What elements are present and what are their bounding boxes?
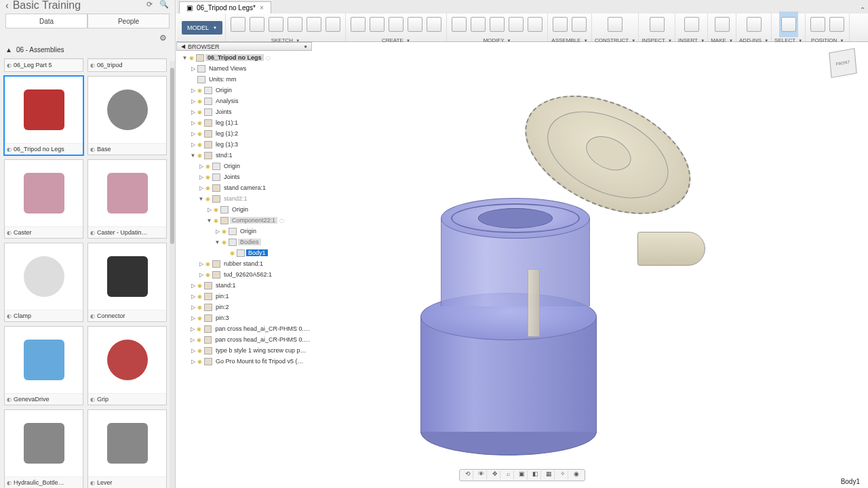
tree-row[interactable]: Units: mm bbox=[176, 74, 312, 85]
thumbnail-item[interactable]: 06_Leg Part 5 bbox=[4, 58, 83, 72]
expand-icon[interactable]: ▷ bbox=[190, 120, 196, 126]
activate-icon[interactable]: ◌ bbox=[279, 218, 284, 224]
line-button[interactable] bbox=[267, 12, 285, 37]
visibility-icon[interactable]: ◉ bbox=[188, 55, 195, 61]
tree-row[interactable]: ▷◉Origin bbox=[176, 85, 312, 96]
model-viewport[interactable] bbox=[380, 76, 665, 435]
expand-icon[interactable]: ▷ bbox=[190, 142, 196, 148]
tree-row[interactable]: ▷◉stand camera:1 bbox=[176, 182, 312, 193]
expand-icon[interactable]: ▷ bbox=[190, 359, 196, 365]
pull-button[interactable] bbox=[488, 12, 507, 37]
move-button[interactable] bbox=[526, 12, 545, 37]
scrollbar-thumb[interactable] bbox=[170, 68, 174, 244]
visibility-icon[interactable]: ◉ bbox=[204, 163, 211, 169]
zoom-button[interactable]: ⌕ bbox=[503, 470, 514, 480]
expand-icon[interactable]: ▼ bbox=[206, 218, 212, 224]
expand-icon[interactable]: ▷ bbox=[198, 261, 204, 267]
visibility-icon[interactable]: ◉ bbox=[196, 283, 203, 289]
tree-row[interactable]: ▷◉pan cross head_ai_CR-PHMS 0.… bbox=[176, 323, 312, 334]
pan-button[interactable]: ✥ bbox=[490, 470, 500, 480]
model-base-cylinder[interactable] bbox=[420, 293, 597, 449]
tree-row[interactable]: ▷◉stand:1 bbox=[176, 280, 312, 291]
expand-icon[interactable]: ▷ bbox=[190, 131, 196, 137]
tree-row[interactable]: ▼◉stnd:1 bbox=[176, 150, 312, 161]
visibility-icon[interactable]: ◉ bbox=[204, 196, 211, 202]
tree-row[interactable]: ▷◉tud_92620A562:1 bbox=[176, 269, 312, 280]
visibility-icon[interactable]: ◉ bbox=[196, 348, 203, 354]
thumbnail-item[interactable]: Base bbox=[87, 76, 167, 155]
expand-icon[interactable]: ▷ bbox=[190, 87, 196, 94]
visibility-icon[interactable]: ◉ bbox=[204, 261, 211, 267]
expand-icon[interactable]: ▷ bbox=[190, 315, 196, 321]
cut-button[interactable] bbox=[450, 12, 469, 37]
tree-row[interactable]: ▷◉Analysis bbox=[176, 96, 312, 106]
expand-icon[interactable]: ▷ bbox=[190, 326, 196, 332]
thumbnail-item[interactable]: Caster bbox=[4, 159, 83, 239]
joint-button[interactable] bbox=[551, 12, 570, 37]
look-button[interactable]: 👁 bbox=[476, 470, 487, 480]
thumbnail-item[interactable]: 06_Tripod no Legs bbox=[4, 76, 83, 155]
visibility-icon[interactable]: ◉ bbox=[220, 228, 227, 235]
visibility-icon[interactable]: ◉ bbox=[196, 337, 203, 343]
thumbnail-item[interactable]: Connector bbox=[87, 243, 167, 322]
visibility-icon[interactable]: ◉ bbox=[196, 98, 203, 104]
push-button[interactable] bbox=[469, 12, 488, 37]
redo-button[interactable] bbox=[248, 12, 267, 37]
tree-row[interactable]: ▷Named Views bbox=[176, 63, 312, 74]
3dp-button[interactable] bbox=[713, 12, 732, 37]
back-icon[interactable]: ‹ bbox=[5, 0, 9, 11]
visibility-icon[interactable]: ◉ bbox=[204, 272, 211, 278]
tree-row[interactable]: ▷◉pin:3 bbox=[176, 312, 312, 323]
gear-icon[interactable]: ⚙ bbox=[159, 33, 167, 43]
measure-button[interactable] bbox=[648, 12, 667, 37]
breadcrumb[interactable]: ▲ 06 - Assemblies bbox=[0, 43, 175, 56]
visibility-icon[interactable]: ◉ bbox=[204, 185, 211, 191]
shell-button[interactable] bbox=[507, 12, 526, 37]
activate-icon[interactable]: ◌ bbox=[266, 55, 271, 61]
refresh-icon[interactable]: ⟳ bbox=[144, 0, 155, 11]
tree-row[interactable]: ▷◉Joints bbox=[176, 171, 312, 182]
collapse-icon[interactable]: ◀ bbox=[181, 43, 185, 49]
view-cube-face[interactable]: FRONT bbox=[829, 48, 856, 78]
expand-icon[interactable]: ▷ bbox=[190, 293, 196, 300]
grid-button[interactable] bbox=[368, 12, 387, 37]
thumbnail-item[interactable]: GenevaDrive bbox=[4, 326, 83, 405]
tree-row[interactable]: ▷◉pin:2 bbox=[176, 302, 312, 312]
scrollbar[interactable] bbox=[170, 61, 175, 488]
tab-data[interactable]: Data bbox=[5, 14, 87, 28]
tree-row[interactable]: ▷◉Origin bbox=[176, 161, 312, 171]
arc-button[interactable] bbox=[304, 12, 323, 37]
tree-row[interactable]: ▷◉pin:1 bbox=[176, 291, 312, 302]
tree-row[interactable]: ▷◉type b style 1 wing screw cup p… bbox=[176, 345, 312, 356]
spline-button[interactable] bbox=[323, 12, 342, 37]
select-button[interactable] bbox=[779, 12, 798, 37]
visibility-icon[interactable]: ◉ bbox=[229, 250, 235, 256]
visibility-icon[interactable]: ◉ bbox=[196, 87, 203, 94]
view-cube[interactable]: FRONT bbox=[825, 45, 861, 81]
tree-row[interactable]: ◉Body1 bbox=[176, 247, 312, 258]
effects-button[interactable]: ✧ bbox=[557, 470, 568, 480]
expand-icon[interactable]: ▷ bbox=[190, 304, 196, 310]
visibility-icon[interactable]: ◉ bbox=[196, 109, 203, 115]
model-upper-cylinder[interactable] bbox=[441, 198, 590, 313]
visibility-icon[interactable]: ◉ bbox=[204, 174, 211, 180]
plane-button[interactable] bbox=[606, 12, 625, 37]
thumbnail-item[interactable]: Hydraulic_Bottle… bbox=[4, 409, 83, 488]
expand-icon[interactable]: ▷ bbox=[198, 272, 204, 278]
cube-button[interactable] bbox=[406, 12, 425, 37]
decal-button[interactable] bbox=[682, 12, 701, 37]
close-icon[interactable]: × bbox=[260, 4, 264, 12]
expand-icon[interactable]: ▷ bbox=[206, 207, 212, 213]
workspace-switcher[interactable]: MODEL▼ bbox=[179, 14, 226, 41]
expand-icon[interactable]: ▷ bbox=[190, 98, 196, 104]
asm-button[interactable] bbox=[570, 12, 589, 37]
fit-button[interactable]: ▣ bbox=[517, 470, 528, 480]
tree-row[interactable]: ▷◉leg (1):3 bbox=[176, 139, 312, 150]
extr-button[interactable] bbox=[425, 12, 443, 37]
tree-row[interactable]: ▼◉stand2:1 bbox=[176, 193, 312, 204]
tree-row[interactable]: ▷◉leg (1):2 bbox=[176, 128, 312, 139]
expand-icon[interactable]: ▷ bbox=[190, 283, 196, 289]
visibility-icon[interactable]: ◉ bbox=[196, 142, 203, 148]
expand-icon[interactable]: ▷ bbox=[190, 66, 196, 72]
tree-row[interactable]: ▷◉leg (1):1 bbox=[176, 117, 312, 128]
